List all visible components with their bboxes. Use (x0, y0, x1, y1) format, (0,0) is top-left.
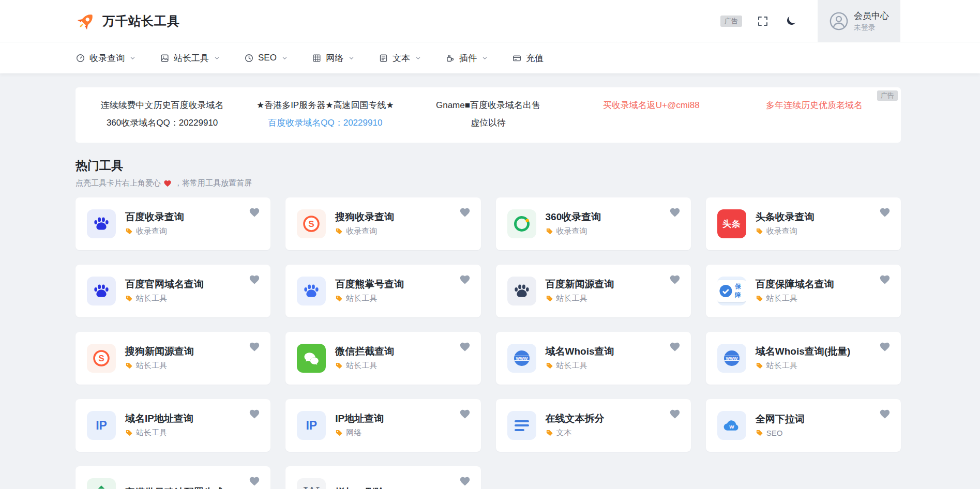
tool-category: 收录查询 (756, 226, 815, 236)
dark-mode-moon-icon[interactable] (785, 15, 797, 27)
favorite-heart-icon[interactable] (249, 408, 260, 420)
tool-name: 百度熊掌号查询 (335, 279, 404, 290)
favorite-heart-icon[interactable] (459, 408, 471, 420)
ad-link[interactable]: 虚位以待 (406, 114, 569, 132)
nav-label: 充值 (526, 52, 544, 64)
chevron-down-icon (281, 55, 288, 62)
tool-category: 站长工具 (125, 361, 194, 371)
tool-name: IP地址查询 (335, 413, 384, 424)
favorite-heart-icon[interactable] (249, 274, 260, 285)
site-title: 万千站长工具 (102, 13, 180, 29)
nav-item-shoulu[interactable]: 收录查询 (76, 52, 136, 64)
plugin-icon (445, 53, 455, 63)
tool-card[interactable]: 微信拦截查询 站长工具 (285, 332, 480, 385)
tool-card[interactable]: IP IP地址查询 网络 (285, 399, 480, 452)
ad-link[interactable]: 百度收录域名QQ：20229910 (244, 114, 406, 132)
ad-link[interactable]: 买收录域名返U+@cmi88 (570, 97, 733, 114)
category-label: 站长工具 (346, 361, 377, 371)
favorite-heart-icon[interactable] (669, 408, 681, 420)
nav-item-recharge[interactable]: 充值 (512, 52, 544, 64)
ad-banner: 连续续费中文历史百度收录域名360收录域名QQ：20229910★香港多IP服务… (76, 87, 901, 143)
favorite-heart-icon[interactable] (459, 476, 471, 487)
textdoc-icon (379, 53, 388, 63)
favorite-heart-icon[interactable] (669, 341, 681, 353)
tag-icon (756, 295, 763, 302)
nav-item-text[interactable]: 文本 (379, 52, 421, 64)
tool-info: 域名Whois查询 站长工具 (546, 346, 614, 371)
favorite-heart-icon[interactable] (669, 207, 681, 218)
favorite-heart-icon[interactable] (459, 274, 471, 285)
tool-info: 百度新闻源查询 站长工具 (546, 279, 614, 303)
nav-item-zhanzhang[interactable]: 站长工具 (160, 52, 220, 64)
nav-label: 网络 (326, 52, 343, 64)
favorite-heart-icon[interactable] (459, 207, 471, 218)
ad-link[interactable]: Gname■百度收录域名出售 (406, 97, 569, 114)
chevron-down-icon (348, 55, 355, 62)
tool-card[interactable]: 360收录查询 收录查询 (496, 197, 691, 250)
tool-card[interactable]: 百度官网域名查询 站长工具 (76, 265, 270, 317)
tool-card[interactable]: WWW 域名Whois查询(批量) 站长工具 (706, 332, 901, 385)
tool-name: 头条收录查询 (756, 211, 815, 223)
letter-w-icon: W (297, 478, 326, 489)
tool-card[interactable]: 百度新闻源查询 站长工具 (496, 265, 691, 317)
tag-icon (125, 227, 133, 235)
svg-text:WWW: WWW (516, 356, 527, 361)
tool-card[interactable]: W 增加、删除www (285, 466, 480, 489)
tool-card[interactable]: IP 域名IP地址查询 站长工具 (76, 399, 270, 452)
category-label: 文本 (556, 428, 572, 438)
tool-info: 域名IP地址查询 站长工具 (125, 413, 193, 438)
logo[interactable]: 万千站长工具 (76, 11, 180, 32)
category-label: 收录查询 (766, 226, 797, 236)
favorite-heart-icon[interactable] (249, 341, 260, 353)
nav-item-plugin[interactable]: 插件 (445, 52, 488, 64)
tool-name: 域名Whois查询(批量) (756, 346, 851, 357)
tool-card[interactable]: S 搜狗新闻源查询 站长工具 (76, 332, 270, 385)
ad-link[interactable]: 360收录域名QQ：20229910 (81, 114, 244, 132)
sogou-s-icon: S (87, 344, 116, 373)
favorite-heart-icon[interactable] (879, 274, 891, 285)
header: 万千站长工具 广告 会员中心 未登录 (0, 0, 980, 42)
tool-card[interactable]: W 全网下拉词 SEO (706, 399, 901, 452)
svg-text:W: W (729, 424, 734, 430)
tag-icon (335, 362, 343, 370)
favorite-heart-icon[interactable] (459, 341, 471, 353)
nav-item-seo[interactable]: SEO (244, 53, 288, 63)
ad-link[interactable]: ★香港多IP服务器★高速回国专线★ (244, 97, 406, 114)
tool-info: 360收录查询 收录查询 (546, 211, 601, 236)
tool-category: 站长工具 (335, 294, 404, 303)
ad-link[interactable]: 连续续费中文历史百度收录域名 (81, 97, 244, 114)
tool-card[interactable]: S 搜狗收录查询 收录查询 (285, 197, 480, 250)
tool-card[interactable]: 百度熊掌号查询 站长工具 (285, 265, 480, 317)
main-nav: 收录查询 站长工具 SEO 网络 文本 插件 (0, 42, 980, 73)
tool-info: 百度保障域名查询 站长工具 (756, 279, 834, 303)
category-label: 收录查询 (136, 226, 167, 236)
tool-info: 搜狗收录查询 收录查询 (335, 211, 394, 236)
tool-info: 百度熊掌号查询 站长工具 (335, 279, 404, 303)
tool-category: 站长工具 (125, 428, 193, 438)
category-label: 网络 (346, 428, 361, 438)
nav-item-network[interactable]: 网络 (312, 52, 355, 64)
main-content: 连续续费中文历史百度收录域名360收录域名QQ：20229910★香港多IP服务… (76, 87, 901, 489)
favorite-heart-icon[interactable] (879, 408, 891, 420)
member-center[interactable]: 会员中心 未登录 (818, 0, 900, 42)
tool-card[interactable]: 保障 百度保障域名查询 站长工具 (706, 265, 901, 317)
favorite-heart-icon[interactable] (669, 274, 681, 285)
tool-info: 全网下拉词 SEO (756, 414, 805, 437)
favorite-heart-icon[interactable] (879, 341, 891, 353)
ad-link[interactable]: 多年连续历史优质老域名 (733, 97, 896, 114)
tool-card[interactable]: WWW 域名Whois查询 站长工具 (496, 332, 691, 385)
tool-name: 搜狗新闻源查询 (125, 346, 194, 357)
category-label: 站长工具 (136, 294, 167, 303)
tool-card[interactable]: 头条 头条收录查询 收录查询 (706, 197, 901, 250)
favorite-heart-icon[interactable] (249, 476, 260, 487)
favorite-heart-icon[interactable] (879, 207, 891, 218)
fullscreen-icon[interactable] (757, 15, 769, 27)
chevron-down-icon (415, 55, 421, 62)
tool-card[interactable]: 百度收录查询 收录查询 (76, 197, 270, 250)
tool-name: 百度官网域名查询 (125, 279, 204, 290)
tool-card[interactable]: 在线文本拆分 文本 (496, 399, 691, 452)
tool-card[interactable]: 宝塔批量建站配置生成 (76, 466, 270, 489)
category-label: 站长工具 (136, 428, 167, 438)
tool-category: 网络 (335, 428, 384, 438)
favorite-heart-icon[interactable] (249, 207, 260, 218)
